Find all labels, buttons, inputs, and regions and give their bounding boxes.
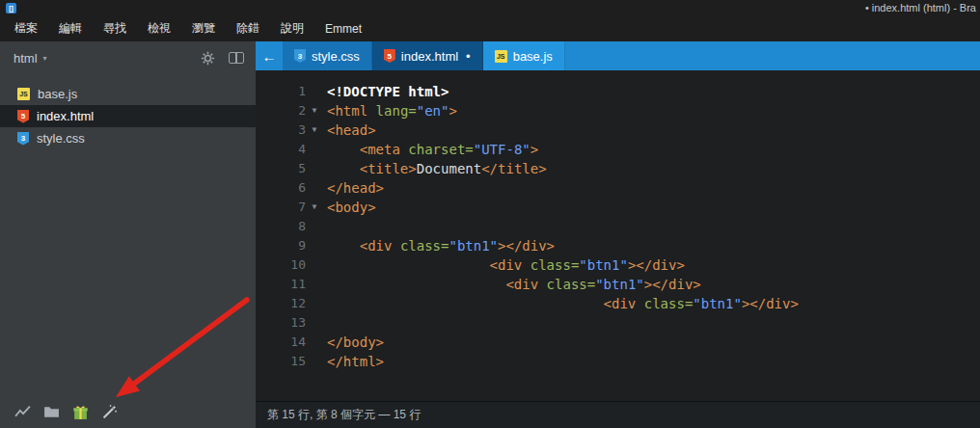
code-line[interactable]: 15</html> [256,352,980,371]
app-icon: [] [6,3,16,13]
fold-arrow-icon[interactable]: ▼ [306,198,323,217]
tab-label: style.css [312,49,360,64]
title-bar: [] • index.html (html) - Bra [0,0,980,15]
activity-chart-icon[interactable] [14,404,31,420]
magic-wand-icon[interactable] [101,404,118,420]
tab-label: base.js [513,49,553,64]
js-file-icon: JS [495,50,507,63]
line-number: 6 [256,178,306,198]
line-number: 5 [256,159,306,178]
main-area: html ▾ JS base [0,41,980,428]
line-number: 11 [256,275,306,294]
code-text: <html lang="en"> [323,101,457,120]
back-icon[interactable]: ← [256,41,283,70]
unsaved-dot-indicator: • [466,49,471,64]
line-number: 14 [256,333,306,352]
fold-gutter [306,333,323,352]
menu-help[interactable]: 說明 [270,16,314,40]
menu-view[interactable]: 檢視 [137,16,181,40]
sidebar-header: html ▾ [0,41,256,74]
code-text: <div class="btn1"></div> [323,255,685,275]
fold-gutter [306,313,323,333]
css-file-icon: 3 [17,132,29,146]
line-number: 7 [256,198,306,217]
code-line[interactable]: 7▼<body> [256,198,980,217]
code-text: <body> [323,198,376,217]
fold-arrow-icon[interactable]: ▼ [306,101,323,120]
code-text: </body> [323,333,384,352]
tab-bar: ← 3 style.css 5 index.html • JS base.js [256,41,980,70]
code-text [323,313,327,333]
tab-style-css[interactable]: 3 style.css [283,41,372,70]
code-area: 1<!DOCTYPE html>2▼<html lang="en">3▼<hea… [256,82,980,371]
file-item-style-css[interactable]: 3 style.css [0,127,256,149]
fold-gutter [306,178,323,198]
line-number: 1 [256,82,306,101]
code-line[interactable]: 4 <meta charset="UTF-8"> [256,140,980,159]
tab-label: index.html [401,49,458,64]
line-number: 4 [256,140,306,159]
extension-gift-icon[interactable] [72,404,89,420]
menu-file[interactable]: 檔案 [4,16,48,40]
code-editor[interactable]: 1<!DOCTYPE html>2▼<html lang="en">3▼<hea… [256,70,980,401]
js-file-icon: JS [17,88,30,100]
file-tree: JS base.js 5 index.html 3 style.css [0,83,256,149]
folder-icon[interactable] [43,404,60,420]
tab-index-html[interactable]: 5 index.html • [372,41,483,70]
line-number: 12 [256,294,306,313]
code-line[interactable]: 11 <div class="btn1"></div> [256,275,980,294]
code-line[interactable]: 6</head> [256,178,980,198]
menu-emmet[interactable]: Emmet [314,18,372,40]
menu-find[interactable]: 尋找 [93,16,137,40]
menu-edit[interactable]: 編輯 [48,16,93,40]
fold-gutter [306,236,323,255]
code-line[interactable]: 12 <div class="btn1"></div> [256,294,980,313]
file-name: index.html [37,109,94,123]
sidebar-bottom-toolbar [0,399,118,424]
line-number: 13 [256,313,306,333]
code-text: </html> [323,352,384,371]
code-line[interactable]: 8 [256,217,980,236]
file-name: base.js [38,87,77,101]
sidebar: html ▾ JS base [0,41,256,428]
file-name: style.css [37,131,85,146]
gear-icon[interactable] [201,51,215,66]
file-item-base-js[interactable]: JS base.js [0,83,256,105]
file-item-index-html[interactable]: 5 index.html [0,105,256,127]
status-bar: 第 15 行, 第 8 個字元 — 15 行 [256,401,980,428]
css-file-icon: 3 [294,49,306,63]
code-text: <div class="btn1"></div> [323,236,555,255]
fold-arrow-icon[interactable]: ▼ [306,120,323,140]
line-number: 8 [256,217,306,236]
project-dropdown[interactable]: html [14,51,38,66]
code-text: <div class="btn1"></div> [323,275,701,294]
app-window: [] • index.html (html) - Bra 檔案 編輯 尋找 檢視… [0,0,980,428]
menu-debug[interactable]: 除錯 [226,16,270,40]
code-text: <meta charset="UTF-8"> [323,140,538,159]
split-view-icon[interactable] [229,52,244,64]
line-number: 10 [256,255,306,275]
code-line[interactable]: 1<!DOCTYPE html> [256,82,980,101]
fold-gutter [306,352,323,371]
fold-gutter [306,140,323,159]
line-number: 9 [256,236,306,255]
html-file-icon: 5 [384,49,395,63]
code-line[interactable]: 2▼<html lang="en"> [256,101,980,120]
line-number: 3 [256,120,306,140]
code-line[interactable]: 9 <div class="btn1"></div> [256,236,980,255]
fold-gutter [306,275,323,294]
menu-navigate[interactable]: 瀏覽 [181,16,226,40]
code-line[interactable]: 14</body> [256,333,980,352]
tab-base-js[interactable]: JS base.js [483,41,565,70]
code-line[interactable]: 3▼<head> [256,120,980,140]
html-file-icon: 5 [17,110,29,123]
window-title: • index.html (html) - Bra [865,2,976,13]
code-line[interactable]: 13 [256,313,980,333]
code-text: <div class="btn1"></div> [323,294,799,313]
code-line[interactable]: 10 <div class="btn1"></div> [256,255,980,275]
code-line[interactable]: 5 <title>Document</title> [256,159,980,178]
line-number: 15 [256,352,306,371]
fold-gutter [306,294,323,313]
editor-column: ← 3 style.css 5 index.html • JS base.js … [256,41,980,428]
chevron-down-icon: ▾ [43,54,47,63]
